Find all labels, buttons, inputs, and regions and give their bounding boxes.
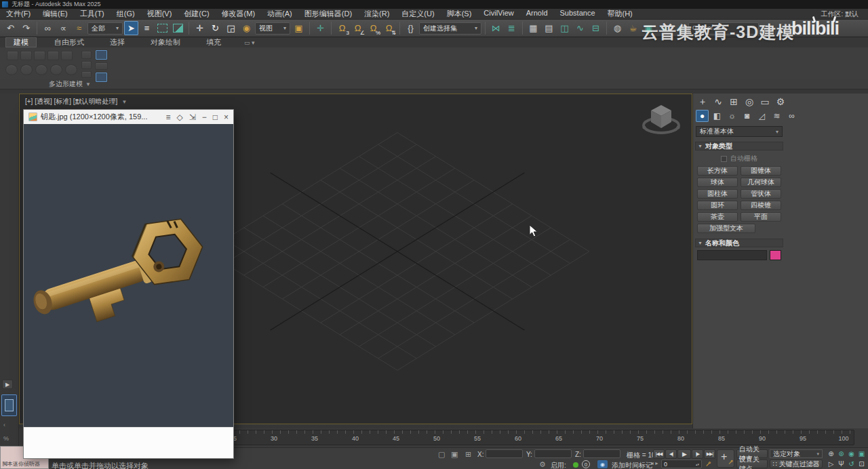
rollout-header[interactable]: ▼ 名称和颜色: [695, 239, 783, 247]
key-selection-dropdown[interactable]: 选定对象▾: [770, 449, 823, 458]
ribbon-tab[interactable]: 填充: [198, 37, 229, 47]
viewport-label[interactable]: [+] [透视] [标准] [默认明暗处理] ▼: [25, 97, 127, 106]
systems-category-icon[interactable]: ∞: [785, 110, 798, 122]
set-keys-button[interactable]: + ⊸: [717, 449, 734, 468]
named-selection-sets-icon[interactable]: {}: [403, 21, 418, 35]
open-explorer-button[interactable]: ▶: [2, 380, 13, 389]
shape-icon[interactable]: ◇: [176, 113, 182, 122]
mirror-icon[interactable]: ⋈: [489, 21, 503, 35]
menu-item[interactable]: 视图(V): [141, 9, 178, 19]
snap-toggle-icon[interactable]: Ω 3: [335, 21, 349, 35]
go-to-end-button[interactable]: ▶▶|: [704, 449, 715, 459]
select-scale-icon[interactable]: ◲: [224, 21, 238, 35]
rendered-frame-icon[interactable]: ▣: [642, 21, 656, 35]
rollout-header[interactable]: ▼ 对象类型: [695, 142, 783, 150]
viewport-layout-tab[interactable]: [1, 394, 17, 416]
ribbon-tool-button[interactable]: [20, 51, 32, 60]
zoom-extents-all-icon[interactable]: ▣: [856, 449, 867, 459]
object-color-swatch[interactable]: [770, 250, 781, 260]
window-crossing-icon[interactable]: [171, 21, 185, 35]
ribbon-tool-button[interactable]: [20, 64, 33, 75]
workspace-selector[interactable]: 工作区: 默认: [821, 9, 859, 19]
toolbar-separator[interactable]: [309, 22, 310, 35]
ribbon-tab[interactable]: 自由形式: [46, 37, 92, 47]
close-icon[interactable]: ×: [224, 113, 229, 122]
x-coord-input[interactable]: [486, 449, 523, 458]
primitive-button[interactable]: 管状体: [741, 189, 781, 199]
render-production-icon[interactable]: ☕: [657, 21, 671, 35]
enable-count-badge[interactable]: 0: [582, 460, 590, 468]
current-frame-input[interactable]: 0 ▴▾: [661, 460, 702, 468]
menu-item[interactable]: Arnold: [520, 9, 554, 17]
primitive-button[interactable]: 茶壶: [697, 212, 738, 222]
curve-editor-icon[interactable]: ∿: [573, 21, 587, 35]
leftbar-tool-icon[interactable]: ‹: [3, 422, 5, 428]
ribbon-tool-button[interactable]: [65, 64, 77, 75]
toolbar-separator[interactable]: [189, 22, 189, 35]
helpers-category-icon[interactable]: ◿: [755, 110, 768, 122]
ribbon-tool-button[interactable]: [95, 62, 108, 70]
material-editor-icon[interactable]: ◍: [610, 21, 625, 35]
create-tab-icon[interactable]: +: [697, 96, 708, 107]
primitive-button[interactable]: 加强型文本: [697, 224, 755, 233]
key-filters-button[interactable]: ∷ 关键点过滤器: [770, 460, 823, 468]
spacewarps-category-icon[interactable]: ≋: [770, 110, 783, 122]
gear-icon[interactable]: ⚙: [539, 460, 546, 469]
menu-item[interactable]: 动画(A): [261, 9, 298, 19]
select-by-name-icon[interactable]: ≡: [140, 21, 154, 35]
time-tag-icon[interactable]: ◉: [597, 460, 608, 468]
menu-item[interactable]: 帮助(H): [601, 9, 639, 19]
primitive-button[interactable]: 长方体: [697, 166, 738, 176]
image-viewer-titlebar[interactable]: 钥匙.jpg (1200×1200像素, 159... ≡◇⇲−□×: [24, 110, 233, 124]
field-of-view-icon[interactable]: ▷: [826, 459, 836, 469]
object-name-input[interactable]: [697, 250, 767, 260]
zoom-icon[interactable]: ⊕: [826, 449, 836, 459]
ribbon-group-footer[interactable]: 多边形建模 ▼: [0, 79, 868, 89]
go-to-start-button[interactable]: |◀◀: [653, 449, 665, 459]
menu-item[interactable]: 自定义(U): [395, 9, 440, 19]
geometry-category-icon[interactable]: ●: [696, 110, 709, 122]
undo-icon[interactable]: ↶: [3, 21, 18, 35]
zoom-extents-icon[interactable]: ◉: [846, 449, 856, 459]
ribbon-tool-button[interactable]: [5, 64, 18, 75]
ribbon-tool-button[interactable]: [50, 64, 62, 75]
frame-step-icons[interactable]: ◄►: [650, 461, 659, 466]
toolbar-separator[interactable]: [522, 22, 523, 35]
display-tab-icon[interactable]: ▭: [760, 96, 770, 107]
toolbar-separator[interactable]: [606, 22, 607, 35]
primitive-button[interactable]: 圆环: [697, 201, 738, 210]
render-setup-icon[interactable]: ☕: [626, 21, 640, 35]
schematic-view-icon[interactable]: ⊟: [589, 21, 603, 35]
fullscreen-icon[interactable]: ⇲: [189, 113, 196, 122]
menu-item[interactable]: 工具(T): [74, 9, 111, 19]
redo-icon[interactable]: ↷: [19, 21, 33, 35]
orbit-icon[interactable]: ↺: [846, 459, 856, 469]
menu-item[interactable]: 创建(C): [178, 9, 215, 19]
ribbon-tool-button[interactable]: [47, 51, 59, 60]
menu-item[interactable]: 组(G): [111, 9, 141, 19]
autogrid-checkbox[interactable]: 自动栅格: [695, 154, 783, 163]
add-time-tag[interactable]: 添加时间标记: [612, 461, 652, 469]
named-selection-set-dropdown[interactable]: 创建选择集: [419, 22, 481, 35]
next-frame-button[interactable]: |▶: [692, 449, 703, 459]
primitive-button[interactable]: 圆柱体: [697, 189, 738, 199]
toolbar-separator[interactable]: [37, 22, 37, 35]
menu-item[interactable]: CivilView: [477, 9, 519, 17]
selection-region-icon[interactable]: [155, 21, 170, 35]
shapes-category-icon[interactable]: ◧: [711, 110, 724, 122]
previous-frame-button[interactable]: ◀|: [665, 449, 677, 459]
render-iterative-icon[interactable]: ☕: [673, 21, 687, 35]
select-place-icon[interactable]: ◉: [239, 21, 254, 35]
window-titlebar[interactable]: 无标题 - Autodesk 3ds Max 2025: [0, 0, 868, 9]
ribbon-tool-button[interactable]: [34, 51, 45, 60]
ribbon-tool-button[interactable]: [81, 71, 92, 78]
menu-item[interactable]: 图形编辑器(D): [298, 9, 358, 19]
modify-tab-icon[interactable]: ∿: [713, 96, 724, 107]
viewcube[interactable]: [640, 100, 682, 136]
select-manipulate-icon[interactable]: ✛: [313, 21, 328, 35]
minimize-icon[interactable]: −: [202, 113, 207, 122]
primitive-button[interactable]: 圆锥体: [741, 166, 781, 176]
primitive-button[interactable]: 四棱锥: [741, 201, 781, 210]
menu-item[interactable]: 编辑(E): [37, 9, 74, 19]
hierarchy-tab-icon[interactable]: ⊞: [728, 96, 739, 107]
